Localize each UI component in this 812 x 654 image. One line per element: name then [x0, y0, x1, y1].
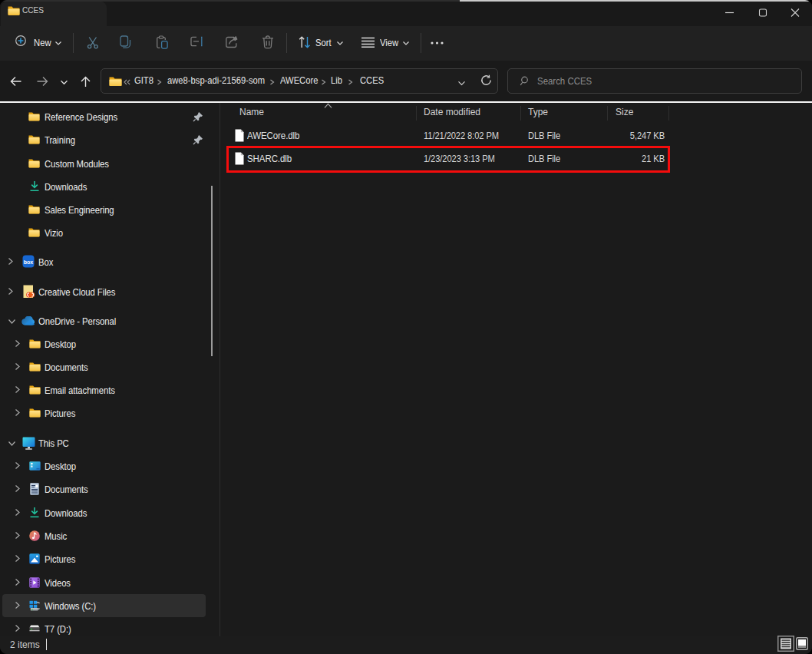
svg-text:box: box — [24, 259, 34, 265]
